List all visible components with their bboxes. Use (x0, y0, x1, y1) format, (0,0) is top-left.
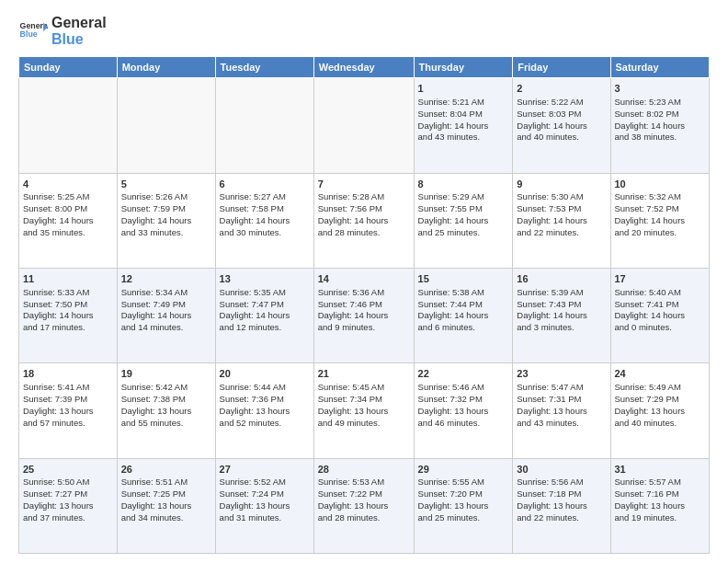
day-info: Sunset: 7:43 PM (517, 299, 606, 311)
day-info: Sunrise: 5:47 AM (517, 382, 606, 394)
calendar-cell: 11Sunrise: 5:33 AMSunset: 7:50 PMDayligh… (19, 268, 118, 362)
calendar-week-2: 4Sunrise: 5:25 AMSunset: 8:00 PMDaylight… (19, 173, 710, 268)
calendar-cell: 22Sunrise: 5:46 AMSunset: 7:32 PMDayligh… (414, 363, 513, 458)
weekday-header-wednesday: Wednesday (313, 57, 414, 78)
day-info: Sunrise: 5:34 AM (121, 287, 211, 299)
calendar-cell (19, 78, 118, 173)
day-info: Sunrise: 5:40 AM (615, 287, 706, 299)
calendar-cell: 28Sunrise: 5:53 AMSunset: 7:22 PMDayligh… (313, 458, 414, 553)
day-info: Daylight: 13 hours (121, 500, 211, 512)
day-info: Sunset: 7:34 PM (318, 394, 410, 406)
day-info: Sunset: 7:22 PM (318, 488, 410, 500)
day-info: Daylight: 14 hours (418, 310, 509, 322)
day-number: 6 (220, 178, 310, 191)
day-info: Daylight: 13 hours (318, 500, 410, 512)
calendar-cell: 30Sunrise: 5:56 AMSunset: 7:18 PMDayligh… (513, 458, 610, 553)
calendar-cell: 27Sunrise: 5:52 AMSunset: 7:24 PMDayligh… (215, 458, 313, 553)
day-number: 14 (318, 272, 410, 286)
day-info: and 38 minutes. (615, 132, 706, 144)
day-info: Sunset: 7:32 PM (418, 394, 509, 406)
day-info: Sunset: 7:55 PM (418, 203, 509, 215)
day-info: Sunset: 7:36 PM (220, 394, 310, 406)
day-info: Sunset: 7:47 PM (220, 299, 310, 311)
day-info: Daylight: 14 hours (121, 215, 211, 227)
day-info: and 28 minutes. (318, 227, 410, 239)
day-info: Sunrise: 5:42 AM (121, 382, 211, 394)
day-info: Sunset: 7:58 PM (220, 203, 310, 215)
day-info: Daylight: 14 hours (23, 310, 113, 322)
weekday-header-saturday: Saturday (610, 57, 710, 78)
day-info: Daylight: 14 hours (318, 215, 410, 227)
day-info: and 31 minutes. (220, 512, 310, 524)
day-number: 24 (615, 367, 706, 381)
day-info: Sunrise: 5:39 AM (517, 287, 606, 299)
weekday-header-sunday: Sunday (19, 57, 118, 78)
svg-text:Blue: Blue (20, 29, 38, 39)
day-number: 15 (418, 272, 509, 286)
calendar-cell: 1Sunrise: 5:21 AMSunset: 8:04 PMDaylight… (414, 78, 513, 173)
day-number: 2 (517, 82, 606, 96)
day-info: Sunrise: 5:35 AM (220, 287, 310, 299)
day-info: Sunrise: 5:29 AM (418, 191, 509, 203)
weekday-header-monday: Monday (117, 57, 215, 78)
day-number: 1 (418, 82, 509, 96)
day-info: Sunset: 7:20 PM (418, 488, 509, 500)
day-info: Sunset: 7:25 PM (121, 488, 211, 500)
day-info: Sunrise: 5:44 AM (220, 382, 310, 394)
day-info: Sunset: 7:31 PM (517, 394, 606, 406)
day-info: Daylight: 13 hours (418, 406, 509, 418)
day-info: Sunrise: 5:46 AM (418, 382, 509, 394)
logo-general: General (51, 15, 107, 31)
day-info: and 19 minutes. (615, 512, 706, 524)
day-number: 5 (121, 178, 211, 191)
day-info: Sunrise: 5:26 AM (121, 191, 211, 203)
day-number: 21 (318, 367, 410, 381)
calendar-cell: 24Sunrise: 5:49 AMSunset: 7:29 PMDayligh… (610, 363, 710, 458)
day-info: and 35 minutes. (23, 227, 113, 239)
calendar-cell: 12Sunrise: 5:34 AMSunset: 7:49 PMDayligh… (117, 268, 215, 362)
day-number: 26 (121, 463, 211, 477)
day-number: 4 (23, 178, 113, 191)
day-number: 27 (220, 463, 310, 477)
day-info: Sunset: 7:39 PM (23, 394, 113, 406)
calendar-week-4: 18Sunrise: 5:41 AMSunset: 7:39 PMDayligh… (19, 363, 710, 458)
calendar-cell: 10Sunrise: 5:32 AMSunset: 7:52 PMDayligh… (610, 173, 710, 268)
day-number: 17 (615, 272, 706, 286)
day-info: Daylight: 13 hours (220, 500, 310, 512)
day-info: Daylight: 13 hours (220, 406, 310, 418)
day-info: Sunset: 7:46 PM (318, 299, 410, 311)
day-info: Daylight: 14 hours (318, 310, 410, 322)
day-info: and 25 minutes. (418, 512, 509, 524)
calendar-cell (117, 78, 215, 173)
day-info: Daylight: 14 hours (615, 215, 706, 227)
day-info: Daylight: 14 hours (220, 310, 310, 322)
day-info: Sunrise: 5:28 AM (318, 191, 410, 203)
day-info: Sunset: 7:18 PM (517, 488, 606, 500)
day-info: Sunrise: 5:32 AM (615, 191, 706, 203)
day-number: 18 (23, 367, 113, 381)
day-info: Sunrise: 5:41 AM (23, 382, 113, 394)
day-number: 20 (220, 367, 310, 381)
day-info: Sunset: 7:41 PM (615, 299, 706, 311)
weekday-header-tuesday: Tuesday (215, 57, 313, 78)
day-info: Sunrise: 5:57 AM (615, 477, 706, 488)
weekday-header-thursday: Thursday (414, 57, 513, 78)
day-info: and 37 minutes. (23, 512, 113, 524)
calendar-cell: 6Sunrise: 5:27 AMSunset: 7:58 PMDaylight… (215, 173, 313, 268)
day-info: Daylight: 14 hours (418, 121, 509, 132)
day-info: and 40 minutes. (615, 418, 706, 430)
logo: General Blue General Blue (18, 15, 107, 47)
calendar-cell: 26Sunrise: 5:51 AMSunset: 7:25 PMDayligh… (117, 458, 215, 553)
day-info: Daylight: 14 hours (121, 310, 211, 322)
day-info: Sunset: 7:49 PM (121, 299, 211, 311)
day-info: and 25 minutes. (418, 227, 509, 239)
day-info: Sunrise: 5:56 AM (517, 477, 606, 488)
day-info: Sunrise: 5:45 AM (318, 382, 410, 394)
day-info: Sunrise: 5:51 AM (121, 477, 211, 488)
day-info: Sunset: 7:44 PM (418, 299, 509, 311)
calendar: SundayMondayTuesdayWednesdayThursdayFrid… (18, 56, 710, 554)
day-info: and 14 minutes. (121, 322, 211, 334)
day-number: 8 (418, 178, 509, 191)
day-info: Sunset: 7:59 PM (121, 203, 211, 215)
calendar-week-1: 1Sunrise: 5:21 AMSunset: 8:04 PMDaylight… (19, 78, 710, 173)
